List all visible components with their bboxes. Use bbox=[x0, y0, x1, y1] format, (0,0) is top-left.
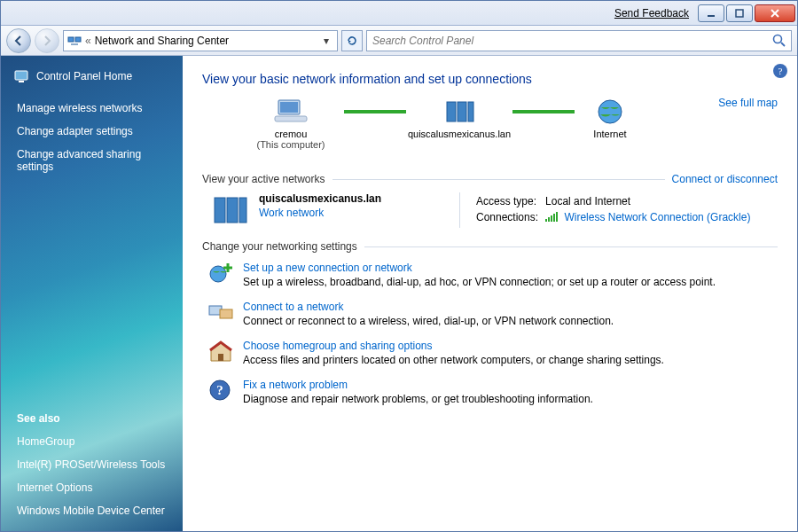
svg-rect-4 bbox=[68, 37, 74, 42]
send-feedback-link[interactable]: Send Feedback bbox=[614, 7, 689, 20]
computer-icon bbox=[273, 97, 309, 127]
access-type-label: Access type: bbox=[476, 194, 544, 208]
connect-network-link[interactable]: Connect to a network bbox=[243, 301, 614, 313]
help-icon[interactable]: ? bbox=[772, 63, 788, 79]
main-panel: ? View your basic network information an… bbox=[183, 56, 797, 531]
window: Send Feedback « Network and bbox=[0, 0, 798, 532]
setup-connection-link[interactable]: Set up a new connection or network bbox=[243, 262, 716, 274]
svg-rect-14 bbox=[280, 102, 298, 113]
svg-rect-5 bbox=[75, 37, 81, 42]
control-panel-icon bbox=[13, 68, 29, 84]
network-map: See full map cremou (This computer) bbox=[202, 97, 778, 168]
network-center-icon bbox=[67, 34, 82, 48]
svg-rect-9 bbox=[15, 71, 27, 80]
maximize-button[interactable] bbox=[726, 4, 753, 22]
computer-sub: (This computer) bbox=[256, 139, 325, 150]
sidebar-link-adapter[interactable]: Change adapter settings bbox=[17, 125, 170, 137]
internet-globe-icon bbox=[592, 97, 628, 127]
connection-line-2 bbox=[512, 97, 575, 127]
active-networks-label: View your active networks bbox=[202, 173, 325, 185]
svg-rect-21 bbox=[227, 198, 238, 223]
svg-text:?: ? bbox=[778, 66, 783, 76]
active-networks-header: View your active networks Connect or dis… bbox=[202, 173, 778, 185]
close-button[interactable] bbox=[755, 4, 795, 22]
page-title: View your basic network information and … bbox=[202, 72, 778, 86]
maximize-icon bbox=[734, 8, 745, 19]
minimize-button[interactable] bbox=[698, 4, 724, 22]
address-bar[interactable]: « Network and Sharing Center ▾ bbox=[63, 30, 338, 51]
svg-rect-16 bbox=[447, 102, 456, 121]
active-network: quiscalusmexicanus.lan Work network Acce… bbox=[202, 192, 778, 228]
router-icon bbox=[442, 97, 477, 127]
svg-rect-20 bbox=[215, 198, 225, 223]
svg-rect-18 bbox=[468, 102, 473, 121]
seealso-homegroup[interactable]: HomeGroup bbox=[17, 435, 170, 448]
search-box[interactable] bbox=[366, 30, 792, 51]
signal-bars-icon bbox=[545, 211, 558, 222]
homegroup-desc: Access files and printers located on oth… bbox=[243, 354, 664, 366]
sidebar: Control Panel Home Manage wireless netwo… bbox=[1, 56, 183, 531]
breadcrumb-dropdown[interactable]: ▾ bbox=[319, 34, 333, 48]
connection-link[interactable]: Wireless Network Connection (Grackle) bbox=[564, 211, 750, 223]
forward-button[interactable] bbox=[35, 28, 59, 53]
see-full-map-link[interactable]: See full map bbox=[718, 97, 778, 109]
setup-connection-icon bbox=[207, 262, 234, 285]
seealso-heading: See also bbox=[17, 412, 170, 425]
settings-heading-label: Change your networking settings bbox=[202, 240, 357, 253]
seealso-internet-options[interactable]: Internet Options bbox=[17, 481, 170, 494]
sidebar-link-wireless[interactable]: Manage wireless networks bbox=[17, 102, 170, 114]
svg-rect-1 bbox=[736, 10, 743, 17]
forward-arrow-icon bbox=[41, 35, 53, 47]
svg-line-8 bbox=[781, 43, 785, 46]
connect-network-desc: Connect or reconnect to a wireless, wire… bbox=[243, 315, 614, 327]
setting-setup-connection: Set up a new connection or network Set u… bbox=[207, 262, 778, 288]
setup-connection-desc: Set up a wireless, broadband, dial-up, a… bbox=[243, 276, 716, 288]
minimize-icon bbox=[706, 8, 716, 19]
settings-list: Set up a new connection or network Set u… bbox=[202, 262, 778, 405]
svg-rect-10 bbox=[19, 81, 24, 82]
fix-problem-link[interactable]: Fix a network problem bbox=[243, 379, 593, 391]
seealso-intel[interactable]: Intel(R) PROSet/Wireless Tools bbox=[17, 458, 170, 471]
search-input[interactable] bbox=[371, 34, 771, 48]
fix-problem-desc: Diagnose and repair network problems, or… bbox=[243, 393, 593, 405]
network-type-link[interactable]: Work network bbox=[259, 207, 324, 219]
access-type-value: Local and Internet bbox=[545, 194, 755, 208]
setting-fix-problem: ? Fix a network problem Diagnose and rep… bbox=[207, 379, 778, 405]
computer-name: cremou bbox=[275, 129, 308, 139]
search-icon[interactable] bbox=[771, 33, 787, 49]
svg-point-7 bbox=[774, 35, 782, 43]
navbar: « Network and Sharing Center ▾ bbox=[1, 26, 797, 56]
svg-text:?: ? bbox=[216, 383, 223, 397]
map-node-internet[interactable]: Internet bbox=[575, 97, 645, 139]
active-network-name: quiscalusmexicanus.lan bbox=[259, 192, 381, 205]
refresh-button[interactable] bbox=[341, 30, 363, 51]
connections-label: Connections: bbox=[476, 210, 544, 224]
control-panel-home-label: Control Panel Home bbox=[36, 70, 132, 82]
seealso-wmdc[interactable]: Windows Mobile Device Center bbox=[17, 505, 170, 517]
map-node-router[interactable]: quiscalusmexicanus.lan bbox=[406, 97, 512, 139]
window-buttons bbox=[696, 4, 795, 22]
work-network-icon bbox=[211, 192, 250, 228]
svg-rect-15 bbox=[275, 116, 307, 121]
back-arrow-icon bbox=[12, 35, 25, 47]
body: Control Panel Home Manage wireless netwo… bbox=[1, 56, 797, 531]
sidebar-link-advanced[interactable]: Change advanced sharing settings bbox=[17, 148, 170, 173]
internet-label: Internet bbox=[593, 129, 626, 139]
close-icon bbox=[770, 8, 780, 19]
titlebar: Send Feedback bbox=[1, 1, 797, 26]
svg-rect-22 bbox=[239, 198, 246, 223]
connect-network-icon bbox=[207, 301, 234, 324]
breadcrumb-prefix: « bbox=[85, 35, 91, 47]
breadcrumb-current: Network and Sharing Center bbox=[95, 35, 229, 47]
homegroup-icon bbox=[207, 340, 234, 363]
router-name: quiscalusmexicanus.lan bbox=[408, 129, 511, 139]
connection-line-1 bbox=[344, 97, 406, 127]
setting-homegroup: Choose homegroup and sharing options Acc… bbox=[207, 340, 778, 366]
back-button[interactable] bbox=[6, 28, 31, 53]
control-panel-home[interactable]: Control Panel Home bbox=[13, 68, 170, 84]
connect-disconnect-link[interactable]: Connect or disconnect bbox=[672, 173, 778, 185]
homegroup-link[interactable]: Choose homegroup and sharing options bbox=[243, 340, 664, 352]
svg-rect-29 bbox=[218, 354, 223, 361]
map-node-computer[interactable]: cremou (This computer) bbox=[238, 97, 344, 150]
svg-point-19 bbox=[598, 100, 622, 123]
